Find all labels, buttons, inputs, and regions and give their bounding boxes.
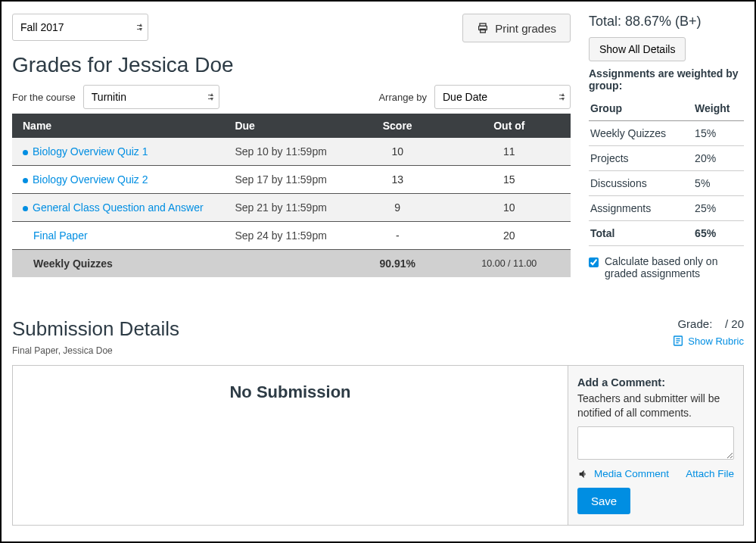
outof-cell: 10 xyxy=(448,194,571,222)
outof-cell: 15 xyxy=(448,166,571,194)
table-row: Biology Overview Quiz 1Sep 10 by 11:59pm… xyxy=(12,138,571,166)
weighted-label: Assignments are weighted by group: xyxy=(589,67,744,92)
assignment-link[interactable]: General Class Question and Answer xyxy=(33,201,204,214)
arrange-label: Arrange by xyxy=(378,92,427,103)
outof-cell: 20 xyxy=(448,222,571,250)
table-row: Final PaperSep 24 by 11:59pm-20 xyxy=(12,222,571,250)
due-cell: Sep 10 by 11:59pm xyxy=(224,138,347,166)
print-label: Print grades xyxy=(495,22,556,35)
col-due: Due xyxy=(224,114,347,138)
show-all-details-button[interactable]: Show All Details xyxy=(589,37,686,61)
print-icon xyxy=(477,22,489,34)
calculate-graded-only-checkbox[interactable] xyxy=(589,257,599,268)
course-label: For the course xyxy=(12,92,76,103)
score-cell: 13 xyxy=(347,166,448,194)
total-grade: Total: 88.67% (B+) xyxy=(589,14,744,30)
col-score: Score xyxy=(347,114,448,138)
weight-row: Total65% xyxy=(589,221,744,246)
weight-row: Projects20% xyxy=(589,146,744,171)
assignment-link[interactable]: Biology Overview Quiz 1 xyxy=(33,145,148,158)
assignment-link[interactable]: Biology Overview Quiz 2 xyxy=(33,173,148,186)
new-indicator-icon xyxy=(23,206,28,211)
print-grades-button[interactable]: Print grades xyxy=(462,14,571,42)
score-cell: 9 xyxy=(347,194,448,222)
comment-title: Add a Comment: xyxy=(577,376,734,389)
weight-row: Weekly Quizzes15% xyxy=(589,121,744,146)
outof-cell: 11 xyxy=(448,138,571,166)
comment-desc: Teachers and submitter will be notified … xyxy=(577,392,734,420)
group-total-label: Weekly Quizzes xyxy=(12,250,224,278)
table-row: Biology Overview Quiz 2Sep 17 by 11:59pm… xyxy=(12,166,571,194)
due-cell: Sep 24 by 11:59pm xyxy=(224,222,347,250)
col-outof: Out of xyxy=(448,114,571,138)
submission-main: No Submission xyxy=(13,366,568,525)
comment-textarea[interactable] xyxy=(577,426,734,460)
course-select[interactable]: Turnitin xyxy=(83,85,219,109)
term-select[interactable]: Fall 2017 xyxy=(12,14,148,41)
grade-outof: / 20 xyxy=(725,317,744,330)
weight-table: Group Weight Weekly Quizzes15%Projects20… xyxy=(589,96,744,246)
score-cell: 10 xyxy=(347,138,448,166)
attach-file-link[interactable]: Attach File xyxy=(686,468,734,479)
page-title: Grades for Jessica Doe xyxy=(12,53,571,77)
assignment-link[interactable]: Final Paper xyxy=(33,229,88,242)
submission-subtitle: Final Paper, Jessica Doe xyxy=(12,345,179,356)
grades-table: Name Due Score Out of Biology Overview Q… xyxy=(12,114,571,277)
table-row: General Class Question and AnswerSep 21 … xyxy=(12,194,571,222)
save-button[interactable]: Save xyxy=(577,488,630,514)
audio-icon xyxy=(577,468,590,480)
rubric-icon xyxy=(672,335,684,347)
score-cell: - xyxy=(347,222,448,250)
group-total-outof: 10.00 / 11.00 xyxy=(448,250,571,278)
weight-row: Assignments25% xyxy=(589,196,744,221)
arrange-select[interactable]: Due Date xyxy=(434,85,571,109)
grade-label: Grade: xyxy=(677,317,712,330)
group-total-score: 90.91% xyxy=(347,250,448,278)
weight-row: Discussions5% xyxy=(589,171,744,196)
group-total-row: Weekly Quizzes90.91%10.00 / 11.00 xyxy=(12,250,571,278)
new-indicator-icon xyxy=(23,178,28,183)
weight-col-weight: Weight xyxy=(693,96,744,121)
due-cell: Sep 21 by 11:59pm xyxy=(224,194,347,222)
new-indicator-icon xyxy=(23,150,28,155)
weight-col-group: Group xyxy=(589,96,693,121)
submission-title: Submission Details xyxy=(12,317,179,341)
media-comment-link[interactable]: Media Comment xyxy=(577,468,669,480)
calculate-graded-only-label: Calculate based only on graded assignmen… xyxy=(589,255,744,279)
due-cell: Sep 17 by 11:59pm xyxy=(224,166,347,194)
no-submission-text: No Submission xyxy=(30,382,551,402)
col-name: Name xyxy=(12,114,224,138)
show-rubric-link[interactable]: Show Rubric xyxy=(672,335,744,347)
